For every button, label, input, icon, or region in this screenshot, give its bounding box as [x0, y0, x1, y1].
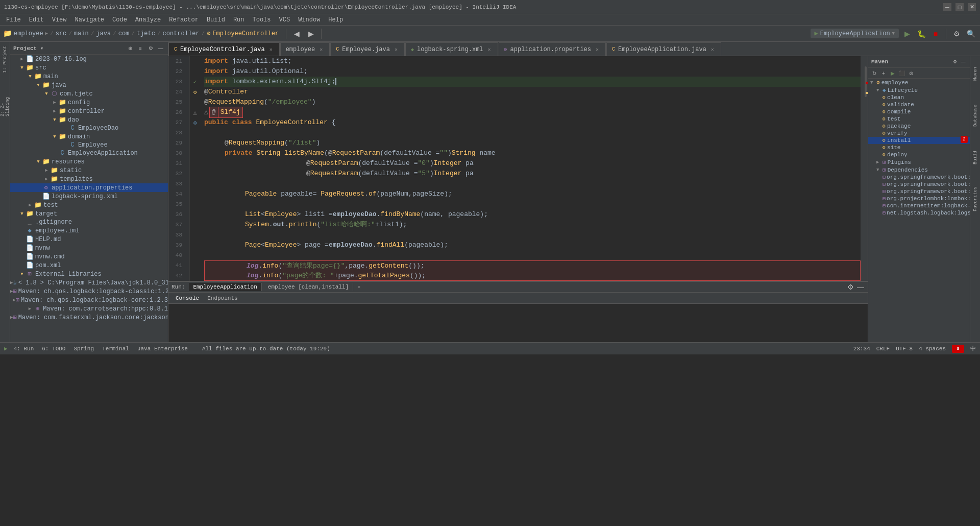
maven-dep-3[interactable]: ⊞ org.springframework.boot:s... — [868, 188, 970, 195]
tree-item-src[interactable]: ▼ 📁 src — [10, 63, 168, 72]
maven-debug-btn[interactable]: ⬛ — [898, 69, 906, 77]
tree-item-extlibs[interactable]: ▼ ⊞ External Libraries — [10, 270, 168, 278]
tree-item-static[interactable]: ▶ 📁 static — [10, 166, 168, 175]
status-crlf[interactable]: CRLF — [876, 346, 890, 352]
settings-button[interactable]: ⚙ — [950, 28, 963, 40]
forward-button[interactable]: ▶ — [305, 28, 317, 40]
tab-logback[interactable]: ◆ logback-spring.xml ✕ — [405, 42, 498, 56]
maven-lifecycle-clean[interactable]: ⚙ clean — [868, 94, 970, 101]
maven-dep-5[interactable]: ⊞ com.internetitem:logback-e... — [868, 202, 970, 209]
menu-view[interactable]: View — [48, 15, 71, 25]
side-project-label[interactable]: 1: Project — [1, 44, 10, 75]
side-build-label[interactable]: Build — [971, 142, 980, 173]
tree-item-mvnw[interactable]: 📄 mvnw — [10, 244, 168, 252]
menu-help[interactable]: Help — [324, 15, 347, 25]
tree-item-test[interactable]: ▶ 📁 test — [10, 201, 168, 209]
status-indent[interactable]: 4 spaces — [919, 346, 946, 352]
side-favorites-label[interactable]: Favorites — [971, 184, 980, 214]
maven-lifecycle-deploy[interactable]: ⚙ deploy — [868, 151, 970, 158]
maven-minimize-btn[interactable]: — — [960, 58, 967, 65]
console-tab-console[interactable]: Console — [172, 294, 203, 302]
menu-refactor[interactable]: Refactor — [165, 15, 203, 25]
maven-lifecycle-verify[interactable]: ⚙ verify — [868, 130, 970, 137]
run-tab-employee-install[interactable]: employee [clean,install] — [264, 283, 353, 291]
project-panel-btn-1[interactable]: ⊕ — [126, 44, 134, 52]
tree-item-hppc[interactable]: ▶ ⊞ Maven: com.carrotsearch:hppc:0.8.1 — [10, 304, 168, 313]
tab-close-4[interactable]: ✕ — [486, 46, 493, 53]
maximize-button[interactable]: □ — [955, 3, 964, 11]
menu-analyze[interactable]: Analyze — [131, 15, 165, 25]
tab-employeecontroller[interactable]: C EmployeeController.java ✕ — [168, 42, 280, 56]
menu-run[interactable]: Run — [229, 15, 249, 25]
maven-lifecycle-package[interactable]: ⚙ package — [868, 123, 970, 130]
tree-item-main[interactable]: ▼ 📁 main — [10, 72, 168, 81]
maven-run-btn[interactable]: ▶ — [889, 69, 897, 77]
tree-item-employeeapp[interactable]: ▶ C EmployeeApplication — [10, 149, 168, 157]
run-config-dropdown[interactable]: ▶ EmployeeApplication ▼ — [811, 29, 899, 38]
tree-item-logback-core[interactable]: ▶ ⊞ Maven: ch.qos.logback:logback-core:1… — [10, 296, 168, 304]
side-database-label[interactable]: Database — [971, 100, 980, 131]
tree-item-resources[interactable]: ▼ 📁 resources — [10, 157, 168, 166]
maven-item-dependencies[interactable]: ▼ ⊞ Dependencies — [868, 166, 970, 174]
console-tab-endpoints[interactable]: Endpoints — [203, 294, 241, 302]
maven-dep-1[interactable]: ⊞ org.springframework.boot:s... — [868, 174, 970, 181]
tree-item-logback[interactable]: ▶ 📄 logback-spring.xml — [10, 192, 168, 201]
status-charset[interactable]: UTF-8 — [896, 346, 913, 352]
side-maven-label[interactable]: Maven — [971, 58, 980, 89]
tree-item-app-properties[interactable]: ▶ ⚙ application.properties — [10, 183, 168, 192]
maven-dep-6[interactable]: ⊞ net.logstash.logback:logsta... — [868, 209, 970, 217]
tree-item-employee-class[interactable]: ▶ C Employee — [10, 141, 168, 149]
tree-item-pom[interactable]: 📄 pom.xml — [10, 261, 168, 270]
maven-refresh-btn[interactable]: ↻ — [870, 69, 878, 77]
tree-item-iml[interactable]: ◆ employee.iml — [10, 226, 168, 235]
maven-lifecycle-site[interactable]: ⚙ site — [868, 144, 970, 151]
back-button[interactable]: ◀ — [290, 28, 303, 40]
tree-item-logback-classic[interactable]: ▶ ⊞ Maven: ch.qos.logback:logback-classi… — [10, 287, 168, 296]
project-panel-btn-2[interactable]: ≡ — [136, 44, 144, 52]
maven-dep-4[interactable]: ⊞ org.projectlombok:lombok:... — [868, 195, 970, 202]
maven-settings-btn[interactable]: ⚙ — [951, 58, 959, 65]
menu-tools[interactable]: Tools — [249, 15, 275, 25]
maven-lifecycle-validate[interactable]: ⚙ validate — [868, 101, 970, 108]
maven-add-btn[interactable]: + — [879, 69, 888, 77]
maven-item-employee[interactable]: ▼ ⚙ employee — [868, 79, 970, 86]
menu-window[interactable]: Window — [294, 15, 324, 25]
tab-close-3[interactable]: ✕ — [393, 46, 399, 53]
maven-dep-2[interactable]: ⊞ org.springframework.boot:s... — [868, 181, 970, 188]
maven-item-lifecycle[interactable]: ▼ ◆ Lifecycle — [868, 86, 970, 94]
tree-item-com-tjetc[interactable]: ▼ ⬡ com.tjetc — [10, 89, 168, 98]
run-button[interactable]: ▶ — [901, 28, 913, 40]
run-settings-button[interactable]: ⚙ — [846, 283, 854, 291]
stop-button[interactable]: ■ — [929, 28, 942, 40]
menu-vcs[interactable]: VCS — [275, 15, 295, 25]
tree-item-config[interactable]: ▶ 📁 config — [10, 98, 168, 107]
tree-item-jackson[interactable]: ▶ ⊞ Maven: com.fasterxml.jackson.core:ja… — [10, 313, 168, 322]
maven-lifecycle-compile[interactable]: ⚙ compile — [868, 108, 970, 115]
project-panel-minimize[interactable]: — — [157, 44, 165, 52]
tree-item-dao[interactable]: ▼ 📁 dao — [10, 115, 168, 124]
editor-scrollbar[interactable] — [861, 56, 868, 281]
tree-item-jdk[interactable]: ▶ ☕ < 1.8 > C:\Program Files\Java\jdk1.8… — [10, 278, 168, 287]
project-panel-btn-3[interactable]: ⚙ — [146, 44, 155, 52]
menu-code[interactable]: Code — [108, 15, 131, 25]
maven-item-plugins[interactable]: ▶ ⊞ Plugins — [868, 158, 970, 166]
search-button[interactable]: 🔍 — [965, 28, 977, 40]
tree-item-gitignore[interactable]: _ .gitignore — [10, 218, 168, 226]
tab-close-6[interactable]: ✕ — [709, 46, 716, 53]
maven-skip-tests-btn[interactable]: ⊘ — [907, 69, 915, 77]
maven-lifecycle-test[interactable]: ⚙ test — [868, 115, 970, 123]
menu-build[interactable]: Build — [203, 15, 229, 25]
side-zslicing-label[interactable]: 2: Z-Slicing — [1, 86, 10, 116]
tab-employee-java[interactable]: C Employee.java ✕ — [330, 42, 405, 56]
tree-item-mvnwcmd[interactable]: 📄 mvnw.cmd — [10, 252, 168, 261]
tree-item-log[interactable]: ▶ 📄 2023-07-16.log — [10, 55, 168, 63]
run-minimize-button[interactable]: — — [856, 283, 865, 291]
tree-item-java[interactable]: ▼ 📁 java — [10, 81, 168, 89]
tree-item-help[interactable]: 📄 HELP.md — [10, 235, 168, 244]
debug-button[interactable]: 🐛 — [915, 28, 927, 40]
minimize-button[interactable]: ─ — [943, 3, 951, 11]
close-button[interactable]: ✕ — [968, 3, 976, 11]
tab-appprops[interactable]: ⚙ application.properties ✕ — [499, 42, 606, 56]
tab-employeeapp[interactable]: C EmployeeApplication.java ✕ — [606, 42, 721, 56]
menu-edit[interactable]: Edit — [25, 15, 48, 25]
